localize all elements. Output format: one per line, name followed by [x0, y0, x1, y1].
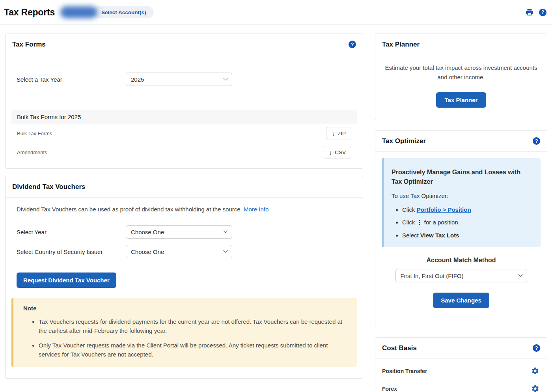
right-column: Tax Planner Estimate your total tax impa…: [375, 34, 547, 392]
tax-optimizer-card: Tax Optimizer ? Proactively Manage Gains…: [375, 130, 547, 327]
tax-forms-title: Tax Forms: [12, 41, 46, 49]
account-match-value: First In, First Out (FIFO): [401, 273, 464, 279]
left-column: Tax Forms ? Select a Tax Year 2025 Bulk …: [5, 34, 363, 392]
content: Tax Forms ? Select a Tax Year 2025 Bulk …: [0, 25, 552, 392]
more-info-link[interactable]: More Info: [244, 206, 269, 213]
download-csv-label: CSV: [335, 149, 346, 155]
voucher-year-select[interactable]: Choose One: [126, 225, 232, 239]
voucher-year-value: Choose One: [131, 229, 164, 235]
optimizer-info-subtitle: To use Tax Optimizer:: [392, 192, 533, 199]
dividend-vouchers-header: Dividend Tax Vouchers: [6, 176, 363, 198]
tax-optimizer-help-icon[interactable]: ?: [533, 137, 540, 145]
dividend-vouchers-title: Dividend Tax Vouchers: [12, 183, 85, 191]
page-header: Tax Reports Select Account(s) ?: [0, 0, 552, 25]
save-changes-button[interactable]: Save Changes: [433, 293, 489, 308]
portfolio-position-link[interactable]: Portfolio > Position: [417, 206, 471, 213]
cost-basis-body: Position Transfer Forex: [375, 359, 547, 392]
dividend-vouchers-description: Dividend Tax Vouchers can be used as pro…: [11, 206, 357, 213]
tax-year-label: Select a Tax Year: [11, 76, 126, 83]
forex-gear-icon[interactable]: [531, 385, 539, 392]
download-icon: ↓: [329, 149, 332, 155]
select-country-label: Select Country of Security Issuer: [11, 248, 126, 255]
note-item: Only Tax Voucher requests made via the C…: [39, 341, 344, 359]
tax-forms-card: Tax Forms ? Select a Tax Year 2025 Bulk …: [5, 34, 363, 169]
table-row: Position Transfer: [382, 362, 540, 380]
table-row: Forex: [382, 380, 540, 392]
optimizer-step-2: Click ⋮ for a position: [402, 219, 533, 226]
bulk-forms-label: Bulk Tax Forms: [17, 131, 52, 136]
optimizer-info-box: Proactively Manage Gains and Losses with…: [382, 158, 541, 247]
bulk-section-header: Bulk Tax Forms for 2025: [11, 110, 357, 124]
tax-planner-button[interactable]: Tax Planner: [436, 92, 487, 108]
position-transfer-label: Position Transfer: [382, 368, 427, 374]
forex-label: Forex: [382, 386, 397, 392]
optimizer-step-1: Click Portfolio > Position: [402, 206, 533, 213]
tax-planner-card: Tax Planner Estimate your total tax impa…: [375, 34, 547, 120]
note-list: Tax Vouchers requests for dividend payme…: [23, 317, 344, 359]
cost-basis-help-icon[interactable]: ?: [533, 344, 540, 352]
optimizer-step-3: Select View Tax Lots: [402, 232, 533, 239]
account-match-label: Account Match Method: [382, 257, 541, 264]
tax-forms-header: Tax Forms ?: [6, 34, 363, 55]
account-selector: Select Account(s): [60, 6, 154, 18]
dividend-vouchers-card: Dividend Tax Vouchers Dividend Tax Vouch…: [5, 176, 363, 379]
cost-basis-card: Cost Basis ? Position Transfer Forex: [375, 337, 547, 392]
dividend-vouchers-body: Dividend Tax Vouchers can be used as pro…: [6, 206, 363, 378]
account-pill-redacted[interactable]: [60, 6, 97, 18]
account-match-select[interactable]: First In, First Out (FIFO): [395, 269, 527, 282]
amendments-label: Amendments: [17, 149, 47, 155]
chevron-down-icon: [518, 273, 522, 277]
table-row: Bulk Tax Forms ↓ ZIP: [11, 124, 357, 143]
download-csv-button[interactable]: ↓ CSV: [324, 146, 351, 159]
chevron-down-icon: [223, 229, 228, 233]
chevron-down-icon: [223, 76, 228, 80]
page-title: Tax Reports: [4, 7, 55, 18]
kebab-menu-icon: ⋮: [417, 219, 423, 226]
download-icon: ↓: [332, 131, 335, 136]
request-voucher-button[interactable]: Request Dividend Tax Voucher: [17, 273, 116, 288]
note-title: Note: [23, 305, 344, 312]
chevron-down-icon: [223, 248, 228, 253]
tax-optimizer-body: Proactively Manage Gains and Losses with…: [375, 152, 547, 327]
table-row: Amendments ↓ CSV: [11, 143, 357, 162]
page-help-icon[interactable]: ?: [539, 9, 546, 16]
tax-planner-title: Tax Planner: [382, 41, 420, 49]
tax-optimizer-title: Tax Optimizer: [382, 137, 426, 145]
tax-planner-body: Estimate your total tax impact across in…: [375, 55, 547, 120]
voucher-country-value: Choose One: [131, 248, 164, 255]
optimizer-steps: Click Portfolio > Position Click ⋮ for a…: [392, 206, 533, 239]
tax-planner-header: Tax Planner: [375, 34, 547, 55]
tax-year-value: 2025: [131, 76, 144, 83]
note-item: Tax Vouchers requests for dividend payme…: [39, 317, 344, 335]
tax-forms-help-icon[interactable]: ?: [349, 41, 356, 48]
print-icon[interactable]: [525, 8, 534, 17]
select-country-row: Select Country of Security Issuer Choose…: [11, 245, 357, 258]
optimizer-info-title: Proactively Manage Gains and Losses with…: [392, 168, 533, 187]
view-tax-lots-text: View Tax Lots: [420, 232, 459, 239]
download-zip-label: ZIP: [338, 131, 346, 136]
tax-year-select[interactable]: 2025: [126, 73, 232, 86]
cost-basis-header: Cost Basis ?: [375, 338, 547, 359]
bulk-tax-forms-section: Bulk Tax Forms for 2025 Bulk Tax Forms ↓…: [11, 110, 357, 162]
position-transfer-gear-icon[interactable]: [531, 367, 539, 375]
header-actions: ?: [525, 8, 546, 17]
tax-optimizer-header: Tax Optimizer ?: [375, 131, 547, 152]
cost-basis-title: Cost Basis: [382, 344, 417, 352]
select-accounts-button[interactable]: Select Account(s): [93, 6, 154, 18]
select-year-label: Select Year: [11, 229, 126, 235]
tax-year-row: Select a Tax Year 2025: [11, 55, 357, 110]
voucher-country-select[interactable]: Choose One: [126, 245, 232, 258]
download-zip-button[interactable]: ↓ ZIP: [326, 127, 351, 140]
note-box: Note Tax Vouchers requests for dividend …: [11, 298, 357, 367]
tax-planner-description: Estimate your total tax impact across in…: [382, 63, 541, 82]
tax-forms-body: Select a Tax Year 2025 Bulk Tax Forms fo…: [6, 55, 363, 168]
select-year-row: Select Year Choose One: [11, 225, 357, 239]
